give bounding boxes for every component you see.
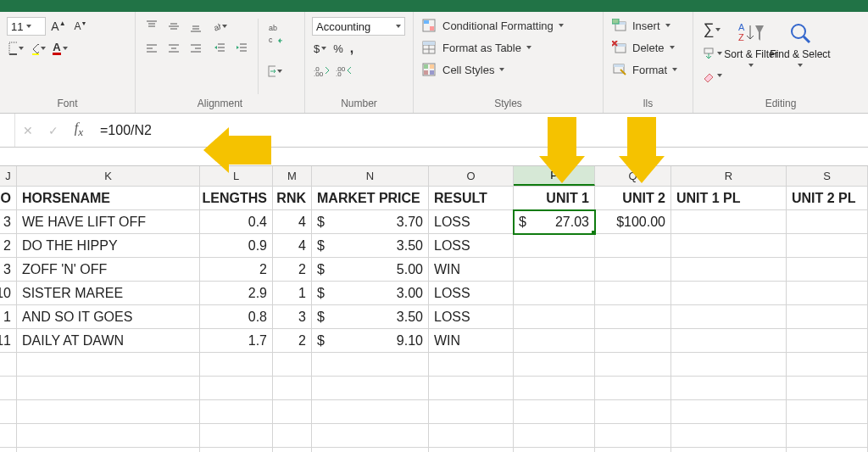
cell[interactable]	[671, 282, 787, 305]
cell[interactable]	[787, 353, 868, 377]
column-headers[interactable]: JKLMNOPQRS	[0, 166, 868, 187]
cell[interactable]	[0, 424, 17, 448]
header-P[interactable]: UNIT 1	[514, 187, 595, 210]
cell[interactable]	[671, 329, 787, 353]
sort-filter-button[interactable]: AZ Sort & Filter	[729, 17, 773, 96]
cell[interactable]	[0, 377, 17, 400]
cell[interactable]	[671, 234, 787, 258]
cell[interactable]: LOSS	[429, 210, 514, 234]
cell[interactable]	[595, 258, 671, 282]
find-select-button[interactable]: Find & Select	[778, 17, 822, 96]
cell[interactable]: WIN	[429, 258, 514, 282]
header-O[interactable]: RESULT	[429, 187, 514, 210]
align-right-button[interactable]	[186, 39, 205, 58]
cell[interactable]	[595, 448, 671, 452]
cell[interactable]: 3	[0, 258, 17, 282]
cell[interactable]	[312, 377, 429, 400]
column-header-N[interactable]: N	[312, 166, 429, 186]
cell[interactable]: 2	[273, 329, 312, 353]
cell[interactable]	[787, 282, 868, 305]
header-R[interactable]: UNIT 1 PL	[671, 187, 787, 210]
cell[interactable]	[17, 448, 200, 452]
cell[interactable]	[787, 305, 868, 329]
merge-center-button[interactable]	[265, 54, 284, 88]
cell[interactable]	[312, 448, 429, 452]
header-L[interactable]: LENGTHS	[200, 187, 273, 210]
decrease-indent-button[interactable]	[210, 39, 229, 58]
cell[interactable]: LOSS	[429, 305, 514, 329]
cell[interactable]	[595, 329, 671, 353]
cell[interactable]	[0, 353, 17, 377]
number-format-combo[interactable]: Accounting	[312, 17, 405, 36]
cell[interactable]	[0, 400, 17, 424]
active-cell[interactable]: $ 27.03	[514, 210, 595, 234]
cell[interactable]: 3	[273, 305, 312, 329]
wrap-text-button[interactable]: abc	[265, 17, 284, 51]
cell[interactable]	[671, 377, 787, 400]
decrease-font-size-button[interactable]: A▼	[71, 17, 90, 36]
cell[interactable]	[671, 353, 787, 377]
cell[interactable]: $100.00	[595, 210, 671, 234]
cell[interactable]: 0.4	[200, 210, 273, 234]
format-as-table-button[interactable]: Format as Table	[420, 39, 596, 56]
cell[interactable]	[514, 305, 595, 329]
cell[interactable]	[200, 424, 273, 448]
column-header-J[interactable]: J	[0, 166, 17, 186]
cell[interactable]: 1	[273, 282, 312, 305]
cell[interactable]	[17, 400, 200, 424]
delete-cells-button[interactable]: Delete	[610, 39, 686, 56]
cell[interactable]	[671, 424, 787, 448]
cell[interactable]: 3	[0, 210, 17, 234]
cell[interactable]: DAILY AT DAWN	[17, 329, 200, 353]
cell[interactable]	[787, 258, 868, 282]
insert-cells-button[interactable]: Insert	[610, 17, 686, 34]
cell[interactable]: LOSS	[429, 282, 514, 305]
cell[interactable]	[514, 329, 595, 353]
spreadsheet-grid[interactable]: OHORSENAMELENGTHSRNKMARKET PRICERESULTUN…	[0, 187, 868, 452]
header-Q[interactable]: UNIT 2	[595, 187, 671, 210]
cell[interactable]	[273, 353, 312, 377]
column-header-K[interactable]: K	[17, 166, 200, 186]
cell[interactable]	[429, 353, 514, 377]
cell[interactable]	[514, 234, 595, 258]
column-header-M[interactable]: M	[273, 166, 312, 186]
name-box[interactable]	[0, 114, 15, 147]
cell[interactable]	[312, 353, 429, 377]
cell[interactable]	[671, 210, 787, 234]
increase-decimal-button[interactable]: .0.00	[312, 61, 331, 80]
format-cells-button[interactable]: Format	[610, 61, 686, 78]
cell[interactable]: WIN	[429, 329, 514, 353]
cell[interactable]: AND SO IT GOES	[17, 305, 200, 329]
cell[interactable]: 0.9	[200, 234, 273, 258]
cell[interactable]	[429, 377, 514, 400]
cell[interactable]	[514, 353, 595, 377]
header-J[interactable]: O	[0, 187, 17, 210]
cell[interactable]	[429, 400, 514, 424]
cell[interactable]	[787, 377, 868, 400]
percent-button[interactable]: %	[331, 41, 345, 57]
cell[interactable]: 0.8	[200, 305, 273, 329]
cell[interactable]: 2	[200, 258, 273, 282]
align-left-button[interactable]	[142, 39, 161, 58]
cell[interactable]	[514, 424, 595, 448]
cell[interactable]	[595, 282, 671, 305]
cell[interactable]	[787, 400, 868, 424]
cell[interactable]	[671, 305, 787, 329]
cell[interactable]	[273, 400, 312, 424]
cell[interactable]: 2	[273, 258, 312, 282]
cell[interactable]	[17, 377, 200, 400]
cell[interactable]: 1	[0, 305, 17, 329]
cell[interactable]	[17, 424, 200, 448]
cell[interactable]	[273, 424, 312, 448]
cell[interactable]	[429, 424, 514, 448]
header-K[interactable]: HORSENAME	[17, 187, 200, 210]
align-center-button[interactable]	[164, 39, 183, 58]
align-middle-button[interactable]	[164, 17, 183, 36]
font-size-combo[interactable]: 11	[7, 17, 46, 36]
cell[interactable]	[595, 353, 671, 377]
header-N[interactable]: MARKET PRICE	[312, 187, 429, 210]
cell[interactable]	[787, 424, 868, 448]
fill-button[interactable]	[700, 45, 724, 62]
cell[interactable]: WE HAVE LIFT OFF	[17, 210, 200, 234]
cell[interactable]	[787, 448, 868, 452]
